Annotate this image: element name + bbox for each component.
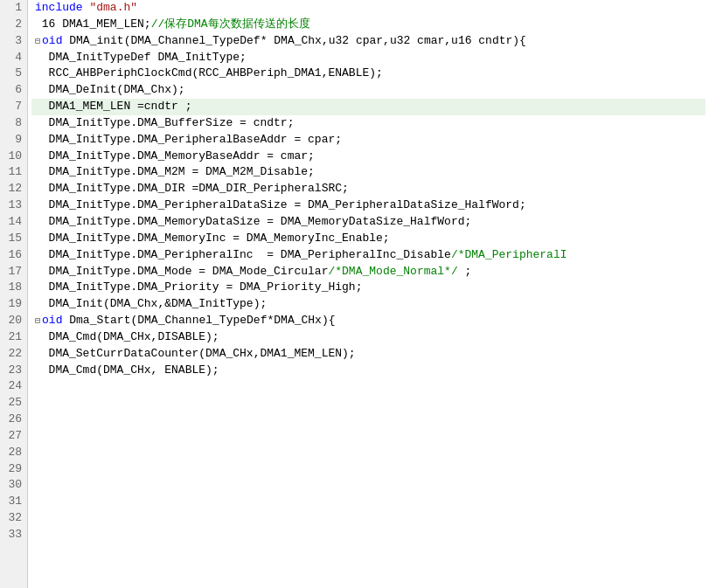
code-line: DMA_SetCurrDataCounter(DMA_CHx,DMA1_MEM_… [31, 346, 706, 363]
kw-token: include [35, 1, 83, 14]
line-number: 4 [5, 50, 22, 66]
code-line: DMA_InitType.DMA_PeripheralDataSize = DM… [31, 197, 706, 214]
plain-token: RCC_AHBPeriphClockCmd(RCC_AHBPeriph_DMA1… [35, 66, 383, 80]
code-editor: 1234567891011121314151617181920212223242… [0, 0, 709, 588]
plain-token: DMA_InitType.DMA_Mode = DMA_Mode_Circula… [35, 265, 328, 278]
code-line: RCC_AHBPeriphClockCmd(RCC_AHBPeriph_DMA1… [31, 66, 706, 82]
code-line: DMA_DeInit(DMA_Chx); [31, 82, 706, 99]
line-number: 10 [5, 149, 22, 165]
code-line: DMA_InitType.DMA_MemoryBaseAddr = cmar; [31, 149, 706, 165]
code-line: ⊟oid DMA_init(DMA_Channel_TypeDef* DMA_C… [31, 33, 706, 50]
plain-token: DMA_InitType.DMA_Priority = DMA_Priority… [35, 280, 362, 294]
code-line: DMA_InitType.DMA_MemoryDataSize = DMA_Me… [31, 214, 706, 231]
code-line: DMA_Cmd(DMA_CHx, ENABLE); [31, 363, 706, 379]
plain-token: DMA_Init(DMA_Chx,&DMA_InitType); [35, 297, 267, 310]
plain-token: ; [458, 265, 472, 278]
plain-token: DMA1_MEM_LEN =cndtr ; [35, 100, 191, 113]
line-number: 22 [5, 346, 22, 363]
line-number: 7 [5, 99, 22, 115]
plain-token: DMA_init(DMA_Channel_TypeDef* DMA_Chx,u3… [62, 34, 526, 47]
plain-token: DMA_DeInit(DMA_Chx); [35, 83, 185, 96]
line-number: 33 [5, 527, 22, 543]
plain-token: DMA_InitType.DMA_MemoryDataSize = DMA_Me… [35, 215, 471, 228]
kw-token: oid [42, 314, 62, 327]
line-number: 24 [5, 378, 22, 395]
code-line: ⊟oid Dma_Start(DMA_Channel_TypeDef*DMA_C… [31, 313, 706, 329]
plain-token: 16 DMA1_MEM_LEN; [35, 17, 151, 31]
line-number: 30 [5, 477, 22, 494]
code-line: DMA_InitType.DMA_MemoryInc = DMA_MemoryI… [31, 231, 706, 247]
line-number: 2 [5, 17, 22, 33]
code-line: DMA_InitType.DMA_Mode = DMA_Mode_Circula… [31, 264, 706, 280]
code-line: DMA_InitType.DMA_PeripheralBaseAddr = cp… [31, 132, 706, 149]
line-number: 20 [5, 313, 22, 329]
plain-token: DMA_InitType.DMA_M2M = DMA_M2M_Disable; [35, 165, 315, 178]
line-number: 21 [5, 329, 22, 346]
line-number: 32 [5, 510, 22, 527]
line-number: 15 [5, 231, 22, 247]
plain-token: DMA_InitType.DMA_MemoryBaseAddr = cmar; [35, 149, 315, 163]
comment-token: //保存DMA每次数据传送的长度 [151, 17, 310, 31]
code-line: DMA_InitType.DMA_BufferSize = cndtr; [31, 115, 706, 132]
line-number: 26 [5, 412, 22, 428]
plain-token: DMA_InitType.DMA_PeripheralDataSize = DM… [35, 198, 526, 211]
line-number: 18 [5, 280, 22, 296]
code-line: DMA_InitTypeDef DMA_InitType; [31, 50, 706, 66]
line-number: 9 [5, 132, 22, 149]
line-number: 1 [5, 0, 22, 17]
line-number-gutter: 1234567891011121314151617181920212223242… [0, 0, 28, 588]
code-line: DMA1_MEM_LEN =cndtr ; [31, 99, 706, 115]
collapse-token: ⊟ [35, 316, 40, 326]
collapse-token: ⊟ [35, 37, 40, 46]
line-number: 5 [5, 66, 22, 82]
plain-token: DMA_InitType.DMA_MemoryInc = DMA_MemoryI… [35, 232, 390, 245]
plain-token: DMA_InitTypeDef DMA_InitType; [35, 51, 247, 64]
line-number: 25 [5, 395, 22, 412]
plain-token: DMA_SetCurrDataCounter(DMA_CHx,DMA1_MEM_… [35, 347, 356, 360]
comment-token: /*DMA_Mode_Normal*/ [328, 265, 457, 278]
code-content[interactable]: include "dma.h" 16 DMA1_MEM_LEN;//保存DMA每… [28, 0, 709, 588]
plain-token: DMA_Cmd(DMA_CHx,DISABLE); [35, 330, 219, 343]
line-number: 16 [5, 247, 22, 264]
code-line: include "dma.h" [31, 0, 706, 17]
plain-token: DMA_InitType.DMA_PeripheralBaseAddr = cp… [35, 133, 342, 146]
line-number: 11 [5, 164, 22, 181]
code-line: 16 DMA1_MEM_LEN;//保存DMA每次数据传送的长度 [31, 17, 706, 33]
line-number: 14 [5, 214, 22, 231]
line-number: 28 [5, 445, 22, 461]
line-number: 27 [5, 428, 22, 445]
plain-token: DMA_InitType.DMA_PeripheralInc = DMA_Per… [35, 248, 451, 261]
line-number: 23 [5, 363, 22, 379]
line-number: 12 [5, 181, 22, 197]
line-number: 17 [5, 264, 22, 280]
code-line: DMA_InitType.DMA_Priority = DMA_Priority… [31, 280, 706, 296]
code-line: DMA_InitType.DMA_DIR =DMA_DIR_Peripheral… [31, 181, 706, 197]
plain-token: DMA_InitType.DMA_DIR =DMA_DIR_Peripheral… [35, 182, 349, 195]
code-line: DMA_Init(DMA_Chx,&DMA_InitType); [31, 296, 706, 313]
line-number: 13 [5, 197, 22, 214]
kw-token: oid [42, 34, 62, 47]
code-line: DMA_InitType.DMA_M2M = DMA_M2M_Disable; [31, 164, 706, 181]
line-number: 29 [5, 461, 22, 478]
line-number: 3 [5, 33, 22, 50]
comment-token: /*DMA_PeripheralI [451, 248, 567, 261]
line-number: 19 [5, 296, 22, 313]
code-line: DMA_Cmd(DMA_CHx,DISABLE); [31, 329, 706, 346]
line-number: 8 [5, 115, 22, 132]
str-token: "dma.h" [89, 1, 137, 14]
plain-token: Dma_Start(DMA_Channel_TypeDef*DMA_CHx){ [62, 314, 335, 327]
line-number: 31 [5, 494, 22, 510]
line-number: 6 [5, 82, 22, 99]
code-line: DMA_InitType.DMA_PeripheralInc = DMA_Per… [31, 247, 706, 264]
plain-token: DMA_InitType.DMA_BufferSize = cndtr; [35, 116, 294, 129]
plain-token: DMA_Cmd(DMA_CHx, ENABLE); [35, 363, 219, 377]
